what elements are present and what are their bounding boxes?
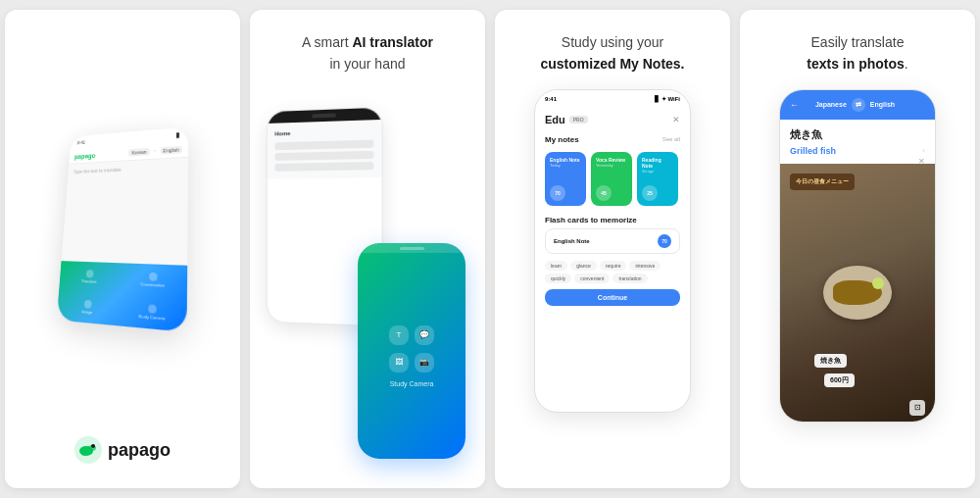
edu-student-name: Edu — [545, 114, 565, 125]
nc-title-0: English Note — [550, 157, 581, 163]
overlay-price-text: 600円 — [824, 374, 855, 387]
placeholder-text: Type the text to translate — [74, 167, 122, 174]
tab-icon-3 — [83, 299, 91, 308]
panel-4: Easily translate texts in photos. ← Japa… — [740, 10, 975, 488]
tp-translation-row: Grilled fish › — [790, 146, 925, 156]
notch-pill-front — [400, 247, 424, 250]
nc-circle-0: 70 — [550, 185, 565, 201]
note-card-2: Reading Note 3d ago 25 — [637, 152, 678, 206]
phone-icons-1: ▊ — [176, 131, 180, 137]
menu-item-3 — [274, 162, 373, 172]
edu-name-row: Edu PRO — [545, 114, 588, 125]
headline-bold-3: customized My Notes. — [540, 56, 684, 72]
food-image: 今日の昼食メニュー 焼き魚 600円 ⊡ — [780, 164, 935, 422]
panel-4-headline: Easily translate texts in photos. — [789, 10, 925, 89]
vocab-tag-6: translation — [612, 274, 647, 283]
nc-2: Reading Note 3d ago — [642, 157, 673, 174]
nc-date-0: Today — [550, 163, 581, 168]
flash-card: English Note 70 — [545, 228, 680, 254]
nc-1: Voca Review Yesterday — [596, 157, 627, 168]
note-card-0: English Note Today 70 — [545, 152, 586, 206]
continue-button[interactable]: Continue — [545, 289, 680, 306]
headline-suffix-4: . — [905, 56, 908, 72]
edu-pro-badge: PRO — [569, 116, 588, 124]
to-lang: English — [160, 145, 182, 154]
back-screen-title: Home — [274, 127, 373, 136]
my-notes-header: My notes See all — [535, 131, 690, 148]
svg-point-4 — [81, 452, 87, 456]
tp-result-area: 焼き魚 ✕ Grilled fish › — [780, 120, 935, 164]
vocab-tag-0: learn — [545, 261, 567, 271]
tp-top-bar: ← Japanese ⇄ English — [780, 90, 935, 120]
tp-back-icon: ← — [790, 100, 799, 110]
headline-plain-2: A smart — [302, 34, 352, 50]
tab-image: Image — [57, 289, 120, 325]
headline-line2-2: in your hand — [329, 56, 405, 72]
edu-time: 9:41 — [545, 96, 557, 102]
menu-item-2 — [274, 151, 373, 161]
lang-selectors: Korean → English — [128, 145, 182, 156]
tp-langs: Japanese ⇄ English — [815, 98, 895, 112]
edu-close-icon: ✕ — [672, 115, 680, 124]
see-all-link: See all — [662, 136, 680, 142]
vocab-tag-4: quickly — [545, 274, 571, 283]
phone-area-2: Home T 💬 🖼 📷 — [250, 89, 485, 488]
tab-translate: Translate — [59, 261, 121, 294]
translate-phone: ← Japanese ⇄ English 焼き魚 ✕ Grilled fish … — [779, 89, 936, 423]
nc-title-2: Reading Note — [642, 157, 673, 169]
papago-brand-text: papago — [108, 440, 171, 461]
nc-0: English Note Today — [550, 157, 581, 168]
back-menu — [274, 139, 373, 171]
headline-bold-2: AI translator — [352, 34, 432, 50]
tab-icon-1 — [85, 270, 93, 277]
edu-status-bar: 9:41 ▊ ✦ WiFi — [535, 90, 690, 108]
camera-icon: 📷 — [415, 353, 434, 373]
panel-1: 9:41 ▊ papago Korean → English Type the … — [5, 10, 240, 488]
tab-label-4: Study Camera — [138, 313, 166, 321]
note-card-1: Voca Review Yesterday 45 — [591, 152, 632, 206]
headline-bold-4: texts in photos — [807, 56, 905, 72]
icon-row-2: 🖼 📷 — [389, 353, 434, 373]
fish-body — [833, 280, 882, 305]
phone-bottom-tabs: Translate Conversation Image — [57, 261, 187, 332]
tab-study-camera: Study Camera — [118, 293, 187, 331]
edu-phone: 9:41 ▊ ✦ WiFi Edu PRO ✕ My notes See all… — [534, 89, 691, 413]
vocab-tag-5: convenient — [574, 274, 610, 283]
gradient-phone-front: T 💬 🖼 📷 Study Camera — [358, 243, 466, 459]
nc-circle-2: 25 — [642, 185, 658, 201]
flash-section: Flash cards to memorize English Note 70 — [535, 210, 690, 261]
panel-3: Study using your customized My Notes. 9:… — [495, 10, 730, 488]
papago-logo-small-1: papago — [74, 152, 96, 159]
image-icon: 🖼 — [389, 353, 409, 373]
panel-2: A smart AI translator in your hand Home — [250, 10, 485, 488]
gradient-phone-notch — [358, 243, 466, 253]
tab-conversation: Conversation — [120, 263, 187, 298]
tab-icon-4 — [148, 304, 157, 314]
tp-image-area: 今日の昼食メニュー 焼き魚 600円 ⊡ — [780, 164, 935, 422]
phone-mockup-1: 9:41 ▊ papago Korean → English Type the … — [57, 126, 189, 331]
papago-bird-icon — [74, 436, 102, 464]
phone-input-area: Type the text to translate — [62, 157, 189, 265]
menu-board: 今日の昼食メニュー — [790, 174, 855, 190]
tp-camera-overlay-icon: ⊡ — [909, 400, 925, 416]
vocab-tag-2: require — [600, 261, 627, 271]
nc-date-2: 3d ago — [642, 169, 673, 174]
translate-icon: T — [389, 325, 409, 345]
phone-container-1: 9:41 ▊ papago Korean → English Type the … — [5, 10, 240, 436]
tab-icon-2 — [148, 272, 157, 280]
menu-item-1 — [274, 139, 373, 150]
icon-row: T 💬 — [389, 325, 434, 345]
notch-pill-back — [312, 113, 336, 118]
svg-point-3 — [91, 444, 95, 448]
vocab-tag-1: glance — [570, 261, 597, 271]
my-notes-title: My notes — [545, 135, 579, 144]
tp-arrow-icon: › — [922, 146, 925, 155]
flash-title: Flash cards to memorize — [545, 216, 680, 224]
tab-label-2: Conversation — [140, 281, 165, 288]
tp-from-lang: Japanese — [815, 101, 847, 108]
panel-2-headline: A smart AI translator in your hand — [284, 10, 451, 89]
panel-3-headline: Study using your customized My Notes. — [522, 10, 702, 89]
note-cards-container: English Note Today 70 Voca Review Yester… — [535, 148, 690, 210]
flash-card-label: English Note — [554, 238, 590, 244]
tp-translation-text: Grilled fish — [790, 146, 836, 156]
